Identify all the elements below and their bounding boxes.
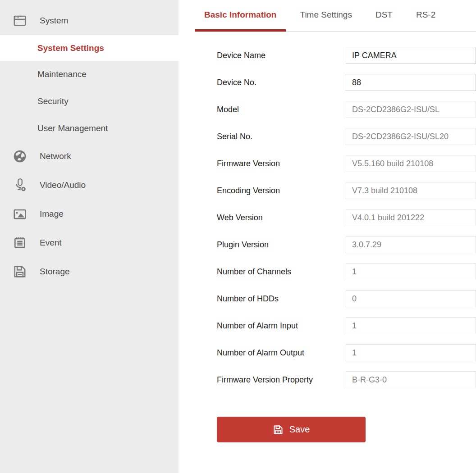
tab-label: RS-2 [416, 10, 435, 20]
form-row-web-version: Web Version [217, 209, 476, 226]
sidebar-item-label: System Settings [37, 43, 104, 53]
number-of-hdds-input [346, 290, 476, 307]
field-label: Model [217, 105, 346, 114]
save-button-label: Save [289, 424, 310, 435]
sidebar: SystemSystem SettingsMaintenanceSecurity… [0, 0, 178, 473]
form-row-number-of-channels: Number of Channels [217, 263, 476, 280]
field-label: Number of HDDs [217, 294, 346, 304]
web-version-input [346, 209, 476, 226]
sidebar-item-image[interactable]: Image [0, 200, 178, 228]
basic-information-form: Device NameDevice No.ModelSerial No.Firm… [178, 32, 476, 442]
encoding-version-input [346, 182, 476, 199]
field-label: Serial No. [217, 132, 346, 141]
image-icon [13, 207, 27, 221]
number-of-alarm-input-input [346, 317, 476, 334]
field-label: Device Name [217, 51, 346, 60]
model-input [346, 101, 476, 118]
event-icon [13, 236, 27, 250]
sidebar-item-label: System [40, 16, 68, 26]
sidebar-item-label: Image [40, 209, 64, 219]
sidebar-item-storage[interactable]: Storage [0, 257, 178, 286]
number-of-channels-input [346, 263, 476, 280]
storage-icon [13, 264, 27, 279]
device-name-input[interactable] [346, 47, 476, 64]
firmware-version-input [346, 155, 476, 172]
sidebar-item-label: Maintenance [37, 69, 87, 79]
save-icon [273, 424, 284, 435]
main-content: Basic InformationTime SettingsDSTRS-2 De… [178, 0, 476, 473]
app-window: SystemSystem SettingsMaintenanceSecurity… [0, 0, 476, 473]
form-row-number-of-alarm-output: Number of Alarm Output [217, 344, 476, 361]
device-no-input[interactable] [346, 74, 476, 91]
tab-label: Basic Information [204, 10, 276, 20]
sidebar-item-system-settings[interactable]: System Settings [0, 35, 178, 61]
save-button[interactable]: Save [217, 417, 366, 442]
sidebar-item-label: Video/Audio [40, 180, 86, 190]
sidebar-item-user-management[interactable]: User Management [0, 115, 178, 142]
tab-time-settings[interactable]: Time Settings [290, 0, 361, 32]
field-label: Plugin Version [217, 240, 346, 250]
video-audio-icon [13, 178, 27, 192]
tab-basic-information[interactable]: Basic Information [195, 0, 286, 32]
form-row-firmware-version-property: Firmware Version Property [217, 371, 476, 388]
field-label: Firmware Version [217, 159, 346, 168]
field-label: Encoding Version [217, 186, 346, 196]
sidebar-item-system[interactable]: System [0, 6, 178, 35]
firmware-version-property-input [346, 371, 476, 388]
field-label: Number of Channels [217, 267, 346, 277]
form-row-number-of-alarm-input: Number of Alarm Input [217, 317, 476, 334]
form-row-firmware-version: Firmware Version [217, 155, 476, 172]
sidebar-item-label: Storage [40, 267, 70, 277]
sidebar-item-maintenance[interactable]: Maintenance [0, 61, 178, 88]
system-icon [13, 14, 27, 28]
serial-no-input [346, 128, 476, 145]
form-row-encoding-version: Encoding Version [217, 182, 476, 199]
sidebar-item-network[interactable]: Network [0, 142, 178, 171]
form-row-device-no: Device No. [217, 74, 476, 91]
field-label: Firmware Version Property [217, 375, 346, 385]
tab-dst[interactable]: DST [366, 0, 402, 32]
form-row-plugin-version: Plugin Version [217, 236, 476, 253]
sidebar-item-event[interactable]: Event [0, 228, 178, 257]
sidebar-item-label: Network [40, 151, 71, 161]
sidebar-item-video-audio[interactable]: Video/Audio [0, 171, 178, 200]
sidebar-item-label: User Management [37, 123, 108, 133]
sidebar-item-label: Security [37, 96, 69, 106]
tab-label: DST [375, 10, 393, 20]
number-of-alarm-output-input [346, 344, 476, 361]
tab-rs-2[interactable]: RS-2 [407, 0, 445, 32]
sidebar-item-label: Event [40, 238, 62, 248]
form-row-model: Model [217, 101, 476, 118]
form-row-number-of-hdds: Number of HDDs [217, 290, 476, 307]
sidebar-item-security[interactable]: Security [0, 88, 178, 115]
plugin-version-input [346, 236, 476, 253]
network-icon [13, 149, 27, 164]
form-row-serial-no: Serial No. [217, 128, 476, 145]
tab-bar: Basic InformationTime SettingsDSTRS-2 [195, 0, 476, 32]
field-label: Web Version [217, 213, 346, 223]
field-label: Device No. [217, 78, 346, 87]
form-row-device-name: Device Name [217, 47, 476, 64]
field-label: Number of Alarm Input [217, 321, 346, 331]
field-label: Number of Alarm Output [217, 348, 346, 358]
tab-label: Time Settings [300, 10, 352, 20]
